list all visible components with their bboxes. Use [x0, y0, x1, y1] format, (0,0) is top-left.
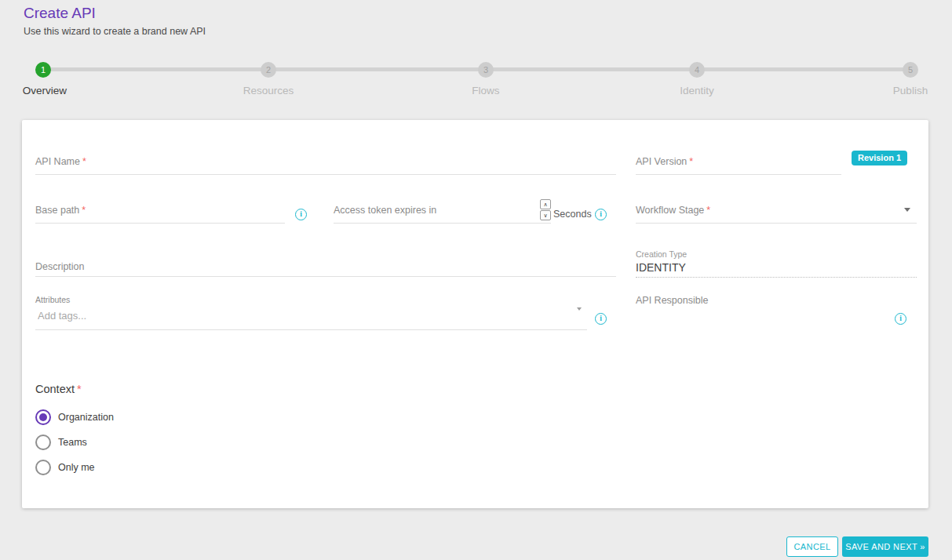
api-name-label: API Name*	[35, 156, 86, 167]
description-label: Description	[35, 261, 85, 272]
radio-option-only-me[interactable]: Only me	[35, 459, 95, 476]
access-token-label: Access token expires in	[334, 205, 436, 216]
attributes-tags-input[interactable]	[38, 310, 352, 322]
api-responsible-label: API Responsible	[636, 295, 708, 306]
chevron-down-icon	[577, 307, 582, 311]
radio-option-organization[interactable]: Organization	[35, 409, 114, 426]
radio-option-teams[interactable]: Teams	[35, 434, 87, 451]
field-underline	[334, 223, 551, 224]
required-asterisk: *	[689, 156, 693, 167]
step-circle-identity[interactable]: 4	[689, 62, 705, 78]
radio-icon	[35, 435, 51, 450]
field-underline	[35, 174, 616, 175]
attributes-info-icon[interactable]: i	[595, 313, 607, 325]
context-label: Context*	[35, 383, 82, 395]
base-path-label: Base path*	[35, 205, 86, 216]
required-asterisk: *	[82, 156, 86, 167]
radio-dot	[39, 413, 47, 421]
field-underline	[35, 329, 587, 330]
step-label-identity[interactable]: Identity	[642, 85, 752, 96]
save-and-next-button[interactable]: SAVE AND NEXT »	[842, 536, 928, 557]
required-asterisk: *	[82, 205, 86, 216]
cancel-button[interactable]: CANCEL	[786, 536, 838, 557]
spinner-up-button[interactable]: ∧	[540, 199, 551, 209]
step-circle-publish[interactable]: 5	[903, 62, 918, 78]
field-underline	[35, 223, 285, 224]
field-underline	[636, 223, 917, 224]
chevron-down-icon	[904, 208, 910, 212]
radio-icon	[35, 409, 51, 425]
step-label-resources[interactable]: Resources	[213, 85, 323, 96]
step-label-flows[interactable]: Flows	[431, 85, 541, 96]
revision-badge: Revision 1	[852, 151, 907, 165]
step-circle-overview[interactable]: 1	[35, 62, 51, 78]
required-asterisk: *	[706, 205, 710, 216]
api-version-label: API Version*	[636, 156, 693, 167]
required-asterisk: *	[77, 383, 82, 395]
step-circle-resources[interactable]: 2	[261, 62, 276, 78]
spinner-down-button[interactable]: ∨	[540, 210, 551, 220]
workflow-stage-label: Workflow Stage*	[636, 205, 710, 216]
page-subtitle: Use this wizard to create a brand new AP…	[24, 26, 206, 37]
field-underline	[636, 277, 917, 278]
radio-option-label: Teams	[58, 437, 87, 448]
stepper-track	[43, 67, 910, 71]
radio-option-label: Organization	[58, 412, 114, 423]
access-token-unit: Seconds	[553, 209, 592, 220]
api-responsible-info-icon[interactable]: i	[895, 313, 906, 325]
attributes-label: Attributes	[35, 295, 70, 304]
field-underline	[636, 174, 841, 175]
radio-option-label: Only me	[58, 462, 95, 473]
creation-type-value: IDENTITY	[636, 261, 686, 274]
page-title: Create API	[24, 5, 96, 22]
base-path-info-icon[interactable]: i	[295, 209, 307, 220]
access-token-info-icon[interactable]: i	[595, 209, 607, 220]
form-card: API Name* API Version* Revision 1 Base p…	[22, 120, 928, 508]
create-api-wizard: Create API Use this wizard to create a b…	[0, 0, 952, 560]
step-circle-flows[interactable]: 3	[478, 62, 494, 78]
step-label-overview[interactable]: Overview	[0, 85, 100, 96]
radio-icon	[35, 460, 51, 475]
field-underline	[35, 276, 616, 277]
step-label-publish[interactable]: Publish	[855, 85, 952, 96]
creation-type-label: Creation Type	[636, 249, 687, 259]
